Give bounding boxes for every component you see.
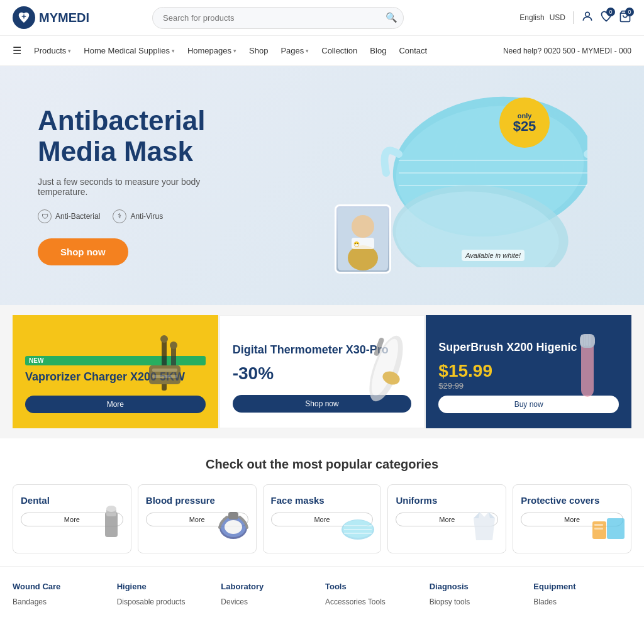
cat-title-dental: Dental xyxy=(21,495,123,506)
logo-icon xyxy=(13,6,35,29)
nav-left: ☰ Products ▾ Home Medical Supplies ▾ Hom… xyxy=(13,36,433,65)
svg-point-39 xyxy=(343,520,373,538)
nav-item-collection[interactable]: Collection xyxy=(315,37,364,64)
nav-item-shop[interactable]: Shop xyxy=(243,37,274,64)
footer-link-devices[interactable]: Devices xyxy=(221,596,319,608)
footer-col-title-diagnosis: Diagnosis xyxy=(430,582,528,591)
svg-rect-28 xyxy=(584,335,586,346)
svg-point-33 xyxy=(106,506,116,512)
account-button[interactable] xyxy=(581,10,594,26)
svg-rect-29 xyxy=(586,335,588,346)
footer-link-accessories[interactable]: Accessories Tools xyxy=(325,596,423,608)
protective-covers-image xyxy=(589,509,627,549)
dental-image xyxy=(96,506,127,549)
category-dental: Dental More xyxy=(13,484,131,553)
hero-title: AntibacterialMedia Mask xyxy=(38,106,322,167)
icons-row: 0 0 xyxy=(581,10,631,26)
promo-card-thermometer: Digital Thermometer X30-Pro -30% Shop no… xyxy=(219,315,425,428)
svg-point-17 xyxy=(170,341,177,349)
search-button[interactable]: 🔍 xyxy=(386,12,397,23)
svg-rect-20 xyxy=(152,375,177,378)
search-bar: 🔍 xyxy=(152,7,404,29)
svg-rect-37 xyxy=(228,512,238,519)
promo-card-toothbrush: SuperBrush X200 Higenic $15.99 $29.99 Bu… xyxy=(426,315,631,428)
hamburger-menu[interactable]: ☰ xyxy=(13,36,28,65)
footer-col-laboratory: Laboratory Devices xyxy=(221,582,319,608)
top-right: English USD 0 0 xyxy=(519,10,631,26)
svg-point-16 xyxy=(160,335,168,343)
footer-col-equipment: Equipment Blades xyxy=(533,582,631,608)
category-uniforms: Uniforms More xyxy=(387,484,506,553)
antibacterial-label: Anti-Bacterial xyxy=(55,212,100,221)
language-selector[interactable]: English xyxy=(519,13,544,22)
brand-name: MYMEDI xyxy=(39,11,89,25)
category-protective-covers: Protective covers More xyxy=(513,484,631,553)
wishlist-badge: 0 xyxy=(606,8,615,16)
hero-badge-antivirus: ⚕ Anti-Virus xyxy=(113,209,163,223)
svg-point-10 xyxy=(352,215,374,238)
logo[interactable]: MYMEDI xyxy=(13,6,89,29)
nav-item-products[interactable]: Products ▾ xyxy=(28,37,77,64)
currency-selector[interactable]: USD xyxy=(550,13,565,22)
footer-link-blades[interactable]: Blades xyxy=(533,596,631,608)
footer-col-title-higiene: Higiene xyxy=(117,582,215,591)
footer-col-title-tools: Tools xyxy=(325,582,423,591)
promo-section: NEW Vaprorizer Charger X200 5KW More Dig… xyxy=(0,305,644,438)
toothbrush-image xyxy=(550,334,625,409)
cart-badge: 0 xyxy=(625,8,634,16)
search-input[interactable] xyxy=(152,7,404,29)
categories-section: Check out the most popular categories De… xyxy=(0,438,644,566)
svg-rect-44 xyxy=(607,518,625,539)
cat-title-protective-covers: Protective covers xyxy=(521,495,623,506)
svg-rect-30 xyxy=(589,335,591,346)
footer-col-diagnosis: Diagnosis Biopsy tools xyxy=(430,582,528,608)
nav-item-home-medical[interactable]: Home Medical Supplies ▾ xyxy=(77,37,181,64)
antivirus-icon: ⚕ xyxy=(113,209,126,223)
price-badge: only $25 xyxy=(499,97,550,148)
footer-link-biopsy[interactable]: Biopsy tools xyxy=(430,596,528,608)
svg-point-36 xyxy=(225,520,242,534)
footer-col-wound-care: Wound Care Bandages xyxy=(13,582,111,608)
divider xyxy=(573,11,574,24)
vaporizer-image xyxy=(136,334,212,409)
footer-links: Wound Care Bandages Higiene Disposable p… xyxy=(0,566,644,618)
footer-col-title-wound-care: Wound Care xyxy=(13,582,111,591)
hero-badges: 🛡 Anti-Bacterial ⚕ Anti-Virus xyxy=(38,209,322,223)
footer-col-title-equipment: Equipment xyxy=(533,582,631,591)
promo-card-vaporizer: NEW Vaprorizer Charger X200 5KW More xyxy=(13,315,218,428)
wishlist-button[interactable]: 0 xyxy=(600,10,613,26)
navbar: ☰ Products ▾ Home Medical Supplies ▾ Hom… xyxy=(0,36,644,66)
footer-col-tools: Tools Accessories Tools xyxy=(325,582,423,608)
footer-link-bandages[interactable]: Bandages xyxy=(13,596,111,608)
nav-item-blog[interactable]: Blog xyxy=(364,37,392,64)
nav-item-homepages[interactable]: Homepages ▾ xyxy=(181,37,243,64)
footer-col-title-laboratory: Laboratory xyxy=(221,582,319,591)
category-blood-pressure: Blood pressure More xyxy=(138,484,257,553)
blood-pressure-image xyxy=(214,506,252,549)
price-amount: $25 xyxy=(513,119,536,133)
footer-col-higiene: Higiene Disposable products xyxy=(117,582,215,608)
antibacterial-icon: 🛡 xyxy=(38,209,52,223)
svg-text:😷: 😷 xyxy=(353,241,360,247)
nav-item-pages[interactable]: Pages ▾ xyxy=(274,37,315,64)
hero-badge-antibacterial: 🛡 Anti-Bacterial xyxy=(38,209,100,223)
uniforms-image xyxy=(467,506,502,549)
footer-link-disposable[interactable]: Disposable products xyxy=(117,596,215,608)
svg-rect-45 xyxy=(594,524,603,526)
cat-title-blood-pressure: Blood pressure xyxy=(146,495,248,506)
nav-item-contact[interactable]: Contact xyxy=(392,37,433,64)
available-label: Available in white! xyxy=(462,250,525,261)
hero-subtitle: Just a few seconds to measure your body … xyxy=(38,177,214,197)
cat-title-uniforms: Uniforms xyxy=(396,495,498,506)
svg-rect-19 xyxy=(152,369,177,372)
antivirus-label: Anti-Virus xyxy=(130,212,163,221)
hero-shop-button[interactable]: Shop now xyxy=(38,238,128,265)
svg-rect-27 xyxy=(581,335,583,346)
category-face-masks: Face masks More xyxy=(263,484,382,553)
hero-text: AntibacterialMedia Mask Just a few secon… xyxy=(38,106,322,265)
hero-section: AntibacterialMedia Mask Just a few secon… xyxy=(0,66,644,305)
cart-button[interactable]: 0 xyxy=(619,10,631,26)
help-text: Need help? 0020 500 - MYMEDI - 000 xyxy=(503,47,631,55)
lang-currency: English USD xyxy=(519,13,565,22)
svg-point-0 xyxy=(586,12,590,16)
